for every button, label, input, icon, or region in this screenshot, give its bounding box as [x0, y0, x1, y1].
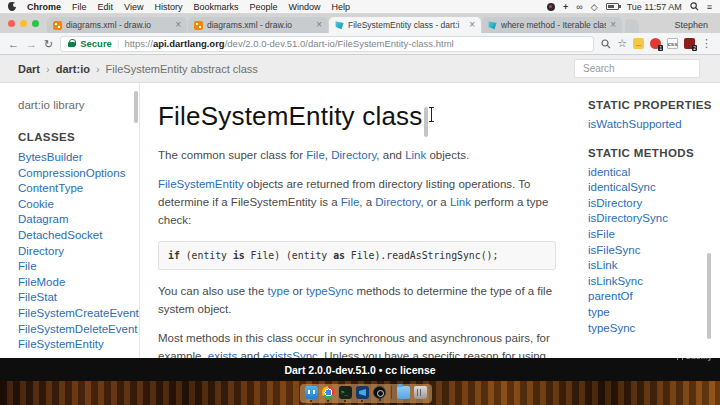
inline-link[interactable]: Link — [405, 149, 426, 161]
glasses-icon[interactable]: ∞ — [576, 2, 582, 12]
sidebar-class-filemode[interactable]: FileMode — [18, 275, 129, 291]
static-method-parentof[interactable]: parentOf — [588, 289, 720, 305]
inline-link[interactable]: Directory — [331, 149, 376, 161]
static-properties-heading: STATIC PROPERTIES — [588, 99, 720, 111]
screen-record-icon[interactable] — [547, 3, 555, 11]
static-method-isfile[interactable]: isFile — [588, 227, 720, 243]
browser-tab[interactable]: where method - Iterable class× — [482, 17, 622, 33]
sidebar-class-file[interactable]: File — [18, 259, 129, 275]
inline-link[interactable]: Directory — [375, 196, 420, 208]
static-methods-heading: STATIC METHODS — [588, 147, 720, 159]
window-scrollbar[interactable] — [707, 253, 711, 339]
menu-help[interactable]: Help — [331, 2, 350, 12]
sidebar-class-directory[interactable]: Directory — [18, 244, 129, 260]
forward-icon[interactable]: → — [26, 38, 37, 50]
window-close-button[interactable] — [8, 20, 15, 27]
search-input[interactable] — [574, 59, 700, 78]
sidebar-scrollbar[interactable] — [134, 91, 138, 123]
input-source-icon[interactable]: + — [563, 2, 568, 12]
static-method-type[interactable]: type — [588, 305, 720, 321]
browser-tab[interactable]: diagrams.xml - draw.io× — [188, 17, 328, 33]
site-footer: Dart 2.0.0-dev.51.0 • cc license Udemy — [0, 358, 720, 381]
tab-title: where method - Iterable class — [501, 20, 606, 30]
menu-window[interactable]: Window — [288, 2, 320, 12]
obs-dock-icon[interactable] — [373, 386, 386, 399]
profile-name[interactable]: Stephen — [674, 20, 714, 33]
menu-edit[interactable]: Edit — [98, 2, 114, 12]
sidebar-class-compressionoptions[interactable]: CompressionOptions — [18, 166, 129, 182]
sidebar-class-detachedsocket[interactable]: DetachedSocket — [18, 228, 129, 244]
menu-app-name[interactable]: Chrome — [27, 2, 61, 12]
inline-link[interactable]: FileSystemEntity — [158, 178, 244, 190]
spotlight-search-icon[interactable] — [690, 2, 699, 11]
watermark-text: Udemy — [685, 352, 712, 361]
sidebar-class-datagram[interactable]: Datagram — [18, 212, 129, 228]
red-extension-icon[interactable]: 2 — [684, 38, 695, 49]
breadcrumb-library[interactable]: dart:io — [56, 63, 90, 75]
sidebar-class-filesystemcreateevent[interactable]: FileSystemCreateEvent — [18, 306, 129, 322]
sidebar-class-contenttype[interactable]: ContentType — [18, 181, 129, 197]
reload-icon[interactable]: ↻ — [44, 38, 53, 50]
static-methods-list: identicalidenticalSyncisDirectoryisDirec… — [588, 165, 720, 337]
battery-icon[interactable] — [606, 3, 619, 10]
omnibox[interactable]: Secure | https://api.dartlang.org/dev/2.… — [60, 36, 594, 52]
static-property-iswatchsupported[interactable]: isWatchSupported — [588, 117, 720, 133]
static-method-islink[interactable]: isLink — [588, 258, 720, 274]
inline-link[interactable]: existsSync — [263, 350, 318, 358]
chrome-dock-icon[interactable] — [322, 386, 335, 399]
static-method-isdirectory[interactable]: isDirectory — [588, 196, 720, 212]
browser-tab[interactable]: diagrams.xml - draw.io× — [47, 17, 187, 33]
static-method-islinksync[interactable]: isLinkSync — [588, 274, 720, 290]
static-method-isdirectorysync[interactable]: isDirectorySync — [588, 211, 720, 227]
sidebar-class-filestat[interactable]: FileStat — [18, 290, 129, 306]
tab-close-icon[interactable]: × — [610, 20, 616, 30]
finder-dock-icon[interactable] — [305, 386, 318, 399]
adblock-extension-icon[interactable]: 1 — [650, 38, 661, 49]
extension-yellow-icon[interactable]: ... — [633, 38, 644, 49]
menu-view[interactable]: View — [124, 2, 143, 12]
vscode-dock-icon[interactable] — [356, 386, 369, 399]
menu-file[interactable]: File — [72, 2, 87, 12]
inline-link[interactable]: exists — [208, 350, 237, 358]
window-minimize-button[interactable] — [20, 20, 27, 27]
tab-close-icon[interactable]: × — [175, 20, 181, 30]
menu-people[interactable]: People — [249, 2, 277, 12]
inline-link[interactable]: Link — [450, 196, 471, 208]
trash-icon[interactable] — [414, 386, 427, 399]
browser-tab[interactable]: FileSystemEntity class - dart:i× — [329, 17, 481, 33]
sidebar-class-cookie[interactable]: Cookie — [18, 197, 129, 213]
static-method-identicalsync[interactable]: identicalSync — [588, 180, 720, 196]
terminal-dock-icon[interactable] — [339, 386, 352, 399]
menu-history[interactable]: History — [154, 2, 182, 12]
menubar-clock[interactable]: Tue 11:57 AM — [627, 2, 682, 12]
css-extension-icon[interactable]: css — [667, 38, 678, 49]
notification-center-icon[interactable]: ≡ — [707, 2, 712, 12]
static-method-identical[interactable]: identical — [588, 165, 720, 181]
bookmark-star-icon[interactable]: ☆ — [617, 38, 627, 49]
new-tab-button[interactable] — [625, 19, 639, 33]
text-run: , or a — [420, 196, 449, 208]
inline-link[interactable]: type — [268, 285, 290, 297]
static-method-isfilesync[interactable]: isFileSync — [588, 243, 720, 259]
back-icon[interactable]: ← — [8, 38, 19, 50]
inline-link[interactable]: File — [341, 196, 360, 208]
dropbox-icon[interactable]: ◇ — [591, 2, 598, 12]
sidebar-class-filesystementity[interactable]: FileSystemEntity — [18, 337, 129, 353]
sidebar-class-bytesbuilder[interactable]: BytesBuilder — [18, 150, 129, 166]
inline-link[interactable]: File — [306, 149, 325, 161]
static-method-typesync[interactable]: typeSync — [588, 321, 720, 337]
tab-close-icon[interactable]: × — [469, 20, 475, 30]
chrome-menu-icon[interactable]: ⋮ — [701, 38, 712, 49]
window-zoom-button[interactable] — [32, 20, 39, 27]
inline-link[interactable]: typeSync — [306, 285, 353, 297]
downloads-folder-icon[interactable] — [397, 386, 410, 399]
menu-bookmarks[interactable]: Bookmarks — [193, 2, 238, 12]
zoom-page-icon[interactable] — [601, 39, 611, 49]
main-scrollbar[interactable] — [424, 107, 428, 137]
sidebar-class-filesystemdeleteevent[interactable]: FileSystemDeleteEvent — [18, 322, 129, 338]
secure-chip[interactable]: Secure — [80, 38, 112, 49]
breadcrumb-home[interactable]: Dart — [18, 63, 40, 75]
tab-close-icon[interactable]: × — [316, 20, 322, 30]
tab-title: diagrams.xml - draw.io — [66, 20, 171, 30]
apple-icon[interactable] — [8, 2, 16, 11]
